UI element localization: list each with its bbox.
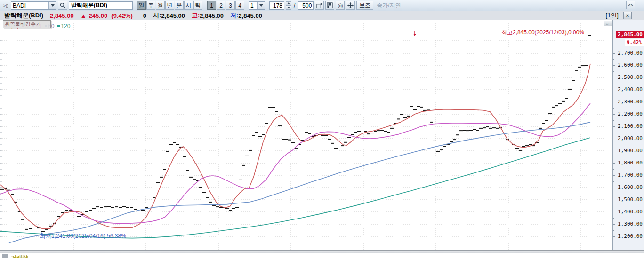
zoom-button-4[interactable]: 4 [235, 1, 244, 10]
axis-tick [613, 59, 614, 60]
axis-tick [613, 120, 614, 121]
tooltip-text: 왼쪽툴바감추기 [5, 21, 41, 28]
symbol-value[interactable]: BADI [11, 2, 48, 9]
interval-value[interactable]: 1 [249, 2, 257, 9]
pane-resize-button[interactable]: <> [626, 1, 635, 9]
axis-tick [613, 224, 615, 225]
arrow-up-left-icon [40, 232, 48, 239]
symbol-name-field[interactable]: 발틱해운(BDI) [69, 1, 133, 10]
close-button[interactable]: × [623, 12, 632, 19]
price-axis[interactable]: 2,845.00 9.42% 2,700.002,600.002,500.002… [612, 20, 644, 250]
open-label: 시: [153, 11, 161, 20]
close-icon: × [626, 13, 629, 18]
symbol-combobox[interactable]: BADI [11, 1, 56, 10]
axis-tick [613, 206, 614, 206]
legend-swatch [57, 25, 60, 27]
timeframe-badge: [1일] [606, 11, 619, 20]
period-button-group: 일주월년분시틱 [137, 1, 202, 10]
window-plus-icon [316, 2, 322, 9]
last-price-axis-badge: 2,845.00 [616, 31, 644, 38]
axis-label-2500: 2,500.00 [618, 74, 643, 80]
bar-count-stepper[interactable] [286, 1, 291, 10]
period-button-주[interactable]: 주 [146, 1, 155, 10]
high-label: 고: [192, 11, 200, 20]
axis-label-2400: 2,400.00 [618, 86, 643, 93]
legend-item-120: 120 [57, 23, 70, 30]
period-button-틱[interactable]: 틱 [193, 1, 202, 10]
axis-tick [613, 194, 614, 194]
axis-tick [613, 157, 614, 157]
close-delay-label: 종가/지연 [377, 1, 401, 9]
axis-label-2100: 2,100.00 [618, 123, 643, 129]
period-button-년[interactable]: 년 [165, 1, 174, 10]
collapse-toolbar-icon[interactable]: >▯ [2, 1, 9, 9]
axis-tick [613, 212, 615, 212]
axis-tick [613, 53, 615, 54]
last-price: 2,845.00 [50, 12, 74, 19]
assist-label: 보조 [359, 1, 370, 9]
step-down-icon[interactable] [286, 6, 291, 10]
search-button[interactable] [58, 1, 67, 10]
target-circle-icon: ◎ [338, 2, 343, 9]
axis-tick [613, 71, 614, 72]
high-annotation: 최고2,845.00(2025/12/03),0.00% [410, 29, 584, 37]
assist-indicator-button[interactable]: 보조 [356, 1, 373, 10]
open-value: 2,845.00 [161, 12, 185, 19]
symbol-name-value: 발틱해운(BDI) [71, 1, 107, 9]
low-label: 저: [230, 11, 238, 20]
interval-combobox[interactable]: 1 [249, 1, 265, 10]
axis-label-2700: 2,700.00 [618, 50, 643, 56]
axis-label-1200: 1,200.00 [618, 233, 643, 239]
instrument-name: 발틱해운(BDI) [4, 11, 43, 20]
axis-tick [613, 139, 615, 139]
axis-label-2000: 2,000.00 [618, 135, 643, 141]
axis-tick [613, 163, 615, 164]
maximize-icon: □ [606, 22, 608, 25]
axis-tick [613, 181, 614, 182]
floppy-disk-icon [327, 2, 333, 8]
axis-tick [613, 90, 615, 90]
chevron-down-icon[interactable] [48, 2, 56, 9]
total-count-input[interactable] [298, 1, 314, 10]
settings-button[interactable]: ◎ [336, 1, 345, 10]
period-button-시[interactable]: 시 [184, 1, 193, 10]
save-button[interactable] [325, 1, 334, 10]
axis-tick [613, 65, 615, 66]
axis-label-1400: 1,400.00 [618, 209, 643, 215]
bar-count-input[interactable] [269, 1, 284, 10]
axis-tick [613, 200, 615, 200]
chevron-down-icon[interactable] [257, 2, 265, 9]
axis-label-1300: 1,300.00 [618, 221, 643, 227]
chart-canvas[interactable] [0, 20, 612, 250]
step-up-icon[interactable] [286, 1, 291, 6]
zoom-button-2[interactable]: 2 [217, 1, 225, 10]
axis-tick [613, 188, 615, 188]
change-pct-axis-label: 9.42% [625, 39, 644, 46]
axis-tick [613, 96, 614, 96]
search-icon [60, 2, 66, 8]
price-change-pct: (9.42%) [111, 12, 133, 19]
low-annotation: 최저1,241.00(2025/04/16),56.38% [40, 232, 126, 240]
axis-tick [613, 151, 615, 151]
low-value: 2,845.00 [238, 12, 262, 19]
volume-value: 0 [143, 12, 146, 19]
axis-label-1600: 1,600.00 [618, 184, 643, 190]
move-button[interactable] [346, 1, 355, 10]
legend-label: 120 [61, 23, 70, 30]
chart-toolbar: >▯ BADI 발틱해운(BDI) 일주월년분시틱 1234 1 / [0, 0, 644, 11]
axis-label-2300: 2,300.00 [618, 99, 643, 105]
chart-window: >▯ BADI 발틱해운(BDI) 일주월년분시틱 1234 1 / [0, 0, 644, 258]
axis-tick [613, 175, 615, 176]
period-button-월[interactable]: 월 [156, 1, 165, 10]
zoom-button-3[interactable]: 3 [226, 1, 235, 10]
period-button-일[interactable]: 일 [137, 1, 146, 10]
price-chart[interactable]: 가격52060120 왼쪽툴바감추기 최고2,845.00(2025/12/03… [0, 20, 612, 250]
high-value: 2,845.00 [200, 12, 224, 19]
zoom-button-1[interactable]: 1 [207, 1, 216, 10]
period-button-분[interactable]: 분 [175, 1, 184, 10]
axis-tick [613, 78, 615, 78]
new-window-button[interactable] [315, 1, 324, 10]
axis-tick [613, 230, 614, 231]
up-arrow-icon: ▲ [80, 12, 87, 19]
axis-tick [613, 102, 615, 102]
